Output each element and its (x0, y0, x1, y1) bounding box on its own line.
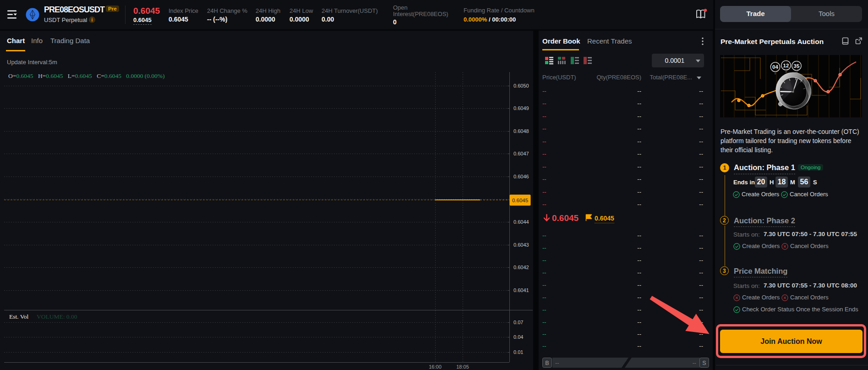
svg-text:O=0.6045 H=0.6045 L=0.6045: O=0.6045 H=0.6045 L=0.6045 C=0.6045 0.00… (8, 72, 165, 79)
svg-text:VOLUME: 0.00: VOLUME: 0.00 (37, 313, 77, 320)
svg-text:0.6047: 0.6047 (513, 151, 529, 156)
svg-text:0.6046: 0.6046 (513, 174, 529, 179)
svg-text:i: i (92, 17, 93, 22)
svg-text:M: M (796, 72, 797, 74)
svg-text:0.6048: 0.6048 (513, 128, 529, 134)
svg-text:0.04: 0.04 (513, 334, 523, 340)
svg-text:0.07: 0.07 (513, 320, 523, 325)
svg-text:12: 12 (783, 63, 789, 68)
svg-text:04: 04 (772, 64, 778, 70)
svg-text:0.6042: 0.6042 (513, 265, 529, 270)
svg-text:B: B (545, 360, 549, 366)
svg-text:0.6044: 0.6044 (513, 219, 529, 225)
svg-text:--: -- (693, 360, 696, 366)
svg-text:--: -- (555, 360, 559, 366)
svg-text:0.6045: 0.6045 (512, 198, 528, 203)
svg-text:0.6041: 0.6041 (513, 287, 529, 293)
svg-text:0.6043: 0.6043 (513, 242, 529, 248)
svg-text:18:05: 18:05 (456, 364, 469, 370)
svg-text:S: S (702, 360, 706, 366)
svg-text:0.6050: 0.6050 (513, 83, 529, 88)
svg-text:H: H (785, 71, 786, 73)
svg-text:Est. Vol: Est. Vol (9, 313, 29, 320)
svg-text:0.01: 0.01 (513, 349, 523, 355)
svg-text:35: 35 (794, 63, 800, 69)
svg-text:16:00: 16:00 (429, 364, 442, 370)
svg-text:0.6049: 0.6049 (513, 105, 529, 111)
